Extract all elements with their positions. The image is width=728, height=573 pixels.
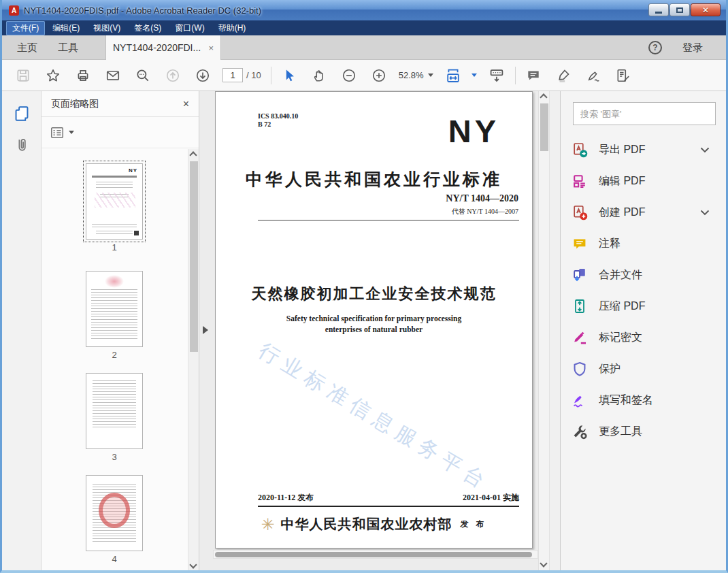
page-number-input[interactable] xyxy=(222,68,243,82)
document-title-en-line1: Safety technical specification for prima… xyxy=(216,314,532,323)
sign-button[interactable] xyxy=(582,65,605,86)
mini-stamp-small xyxy=(105,275,124,288)
toolbar-separator xyxy=(515,67,516,84)
tool-label: 编辑 PDF xyxy=(599,174,645,189)
zoom-level-value[interactable]: 52.8% xyxy=(399,70,424,80)
toolbar-separator xyxy=(271,67,271,84)
title-bar[interactable]: A NYT1404-2020FDIS.pdf - Adobe Acrobat R… xyxy=(2,0,726,20)
minimize-button[interactable] xyxy=(648,3,669,16)
thumbnail-page-1[interactable]: NY xyxy=(86,163,143,240)
tools-panel: 导出 PDF 编辑 PDF 创建 PDF 注释 合并文件 xyxy=(560,91,726,573)
restore-button[interactable] xyxy=(669,3,690,16)
tool-comment[interactable]: 注释 xyxy=(561,228,726,259)
tool-more-tools[interactable]: 更多工具 xyxy=(561,416,726,447)
star-button[interactable] xyxy=(42,65,65,86)
category-code: B 72 xyxy=(258,120,298,129)
print-button[interactable] xyxy=(71,65,95,86)
edit-pdf-icon xyxy=(572,173,588,189)
chevron-down-icon[interactable] xyxy=(700,210,710,216)
next-page-button[interactable] xyxy=(191,65,214,86)
navigation-rail xyxy=(2,91,42,573)
implement-date: 2021-04-01 实施 xyxy=(463,492,519,504)
menu-item-edit[interactable]: 编辑(E) xyxy=(46,21,86,35)
chevron-down-icon[interactable] xyxy=(700,147,710,153)
horizontal-scrollbar-thumb[interactable] xyxy=(215,552,532,557)
menu-item-file[interactable]: 文件(F) xyxy=(6,21,45,35)
tool-fill-sign[interactable]: 填写和签名 xyxy=(561,384,726,416)
help-icon[interactable]: ? xyxy=(648,41,662,54)
tool-export-pdf[interactable]: 导出 PDF xyxy=(561,134,726,165)
email-button[interactable] xyxy=(101,65,125,86)
right-panel-splitter[interactable] xyxy=(549,91,560,573)
scroll-up-icon[interactable] xyxy=(191,152,197,159)
tool-combine-files[interactable]: 合并文件 xyxy=(561,259,726,291)
thumbnails-options-button[interactable] xyxy=(50,125,74,140)
thumbnail-page-2[interactable] xyxy=(86,271,143,347)
highlight-button[interactable] xyxy=(552,65,575,86)
mini-lines xyxy=(93,380,136,429)
thumbnails-scrollbar-thumb[interactable] xyxy=(190,161,198,352)
document-vertical-scrollbar[interactable] xyxy=(538,91,549,573)
thumbnail-page-3[interactable] xyxy=(86,373,143,449)
page-total-label: / 10 xyxy=(246,70,261,80)
document-title-cn: 天然橡胶初加工企业安全技术规范 xyxy=(216,284,532,304)
menu-item-help[interactable]: 帮助(H) xyxy=(212,21,252,35)
tool-edit-pdf[interactable]: 编辑 PDF xyxy=(561,165,726,197)
close-button[interactable]: ✕ xyxy=(691,3,721,16)
tab-close-icon[interactable]: × xyxy=(208,43,214,53)
thumbnails-panel: 页面缩略图 × NY 1 xyxy=(42,91,199,573)
fit-width-button[interactable] xyxy=(442,65,465,86)
scroll-down-icon[interactable] xyxy=(191,562,197,569)
options-list-icon xyxy=(50,125,65,140)
menu-item-view[interactable]: 视图(V) xyxy=(87,21,127,35)
tab-document[interactable]: NYT1404-2020FDI... × xyxy=(105,35,221,60)
page-display-button[interactable] xyxy=(485,65,508,86)
zoom-dropdown-caret-icon[interactable] xyxy=(428,73,433,77)
issuer-name: 中华人民共和国农业农村部 xyxy=(281,515,452,534)
menu-item-window[interactable]: 窗口(W) xyxy=(169,21,210,35)
mini-line xyxy=(92,176,137,178)
fit-dropdown-caret-icon[interactable] xyxy=(471,73,477,77)
header-rule xyxy=(258,220,519,220)
tool-label: 导出 PDF xyxy=(599,143,645,157)
ny-logo: NY xyxy=(448,115,499,147)
page-thumbnails-panel-button[interactable] xyxy=(2,98,41,129)
options-caret-icon xyxy=(69,131,74,134)
thumbnail-page-4[interactable] xyxy=(86,475,143,551)
previous-page-button[interactable] xyxy=(161,65,184,86)
document-page[interactable]: ICS 83.040.10 B 72 NY 中华人民共和国农业行业标准 NY/T… xyxy=(215,91,533,549)
panel-title: 页面缩略图 xyxy=(51,98,99,110)
thumbnails-scrollbar[interactable] xyxy=(188,149,199,573)
main-toolbar: / 10 52.8% xyxy=(2,60,726,91)
menu-item-sign[interactable]: 签名(S) xyxy=(128,21,167,35)
fill-sign-button[interactable] xyxy=(612,65,635,86)
vertical-scrollbar-thumb[interactable] xyxy=(540,103,548,151)
tool-compress-pdf[interactable]: 压缩 PDF xyxy=(561,291,726,322)
attachments-panel-button[interactable] xyxy=(2,129,41,161)
document-horizontal-scrollbar[interactable] xyxy=(213,550,538,559)
tool-create-pdf[interactable]: 创建 PDF xyxy=(561,197,726,228)
login-button[interactable]: 登录 xyxy=(682,35,703,60)
save-button[interactable] xyxy=(12,65,35,86)
panel-close-icon[interactable]: × xyxy=(183,98,189,110)
zoom-out-button[interactable] xyxy=(337,65,361,86)
hand-tool-button[interactable] xyxy=(308,65,331,86)
pdf-file-icon: A xyxy=(9,5,19,16)
selection-tool-button[interactable] xyxy=(278,65,301,86)
tool-protect[interactable]: 保护 xyxy=(561,353,726,384)
tab-home[interactable]: 主页 xyxy=(17,35,37,60)
tool-redact[interactable]: 标记密文 xyxy=(561,322,726,353)
tools-search-input[interactable] xyxy=(573,102,716,125)
tool-label: 压缩 PDF xyxy=(599,299,645,314)
page-thumbnails-icon xyxy=(13,105,31,122)
mini-lines xyxy=(92,224,137,228)
comment-button[interactable] xyxy=(522,65,545,86)
dates-rule xyxy=(258,506,519,507)
zoom-in-button[interactable] xyxy=(367,65,391,86)
scrolling-pages-icon xyxy=(489,67,505,84)
tab-tools[interactable]: 工具 xyxy=(58,35,78,60)
left-panel-collapse-handle[interactable] xyxy=(203,326,208,334)
search-button[interactable] xyxy=(131,65,154,86)
scroll-down-icon[interactable] xyxy=(541,561,548,568)
scroll-up-icon[interactable] xyxy=(541,95,548,101)
